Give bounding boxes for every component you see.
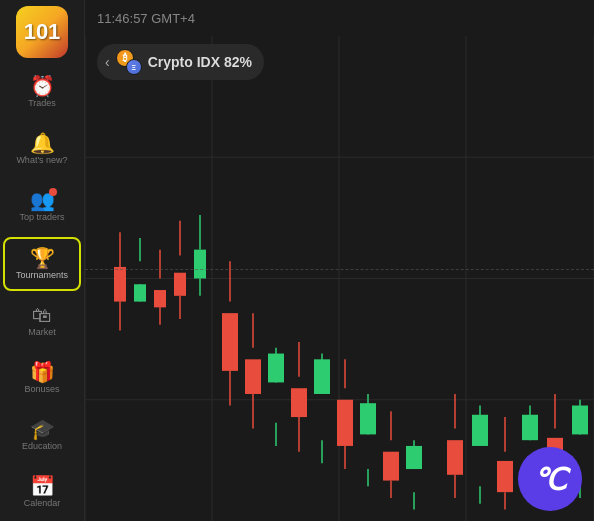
asset-icon-eth: Ξ (126, 59, 142, 75)
market-icon: 🛍 (32, 305, 52, 325)
trades-icon: ⏰ (30, 76, 55, 96)
logo-image: 101 (16, 6, 68, 58)
svg-rect-16 (154, 290, 166, 307)
svg-rect-28 (245, 359, 261, 394)
sidebar-item-label: Top traders (19, 213, 64, 223)
svg-rect-61 (522, 415, 538, 440)
svg-rect-13 (134, 284, 146, 301)
asset-icon-pair: ₿ Ξ (116, 49, 142, 75)
sidebar-item-label: Education (22, 442, 62, 452)
svg-rect-34 (291, 388, 307, 417)
svg-rect-10 (114, 267, 126, 302)
svg-rect-37 (314, 359, 330, 394)
svg-rect-22 (194, 250, 206, 279)
sidebar-item-calendar[interactable]: 📅 Calendar (3, 466, 81, 519)
svg-rect-58 (497, 461, 513, 492)
sidebar-item-tournaments[interactable]: 🏆 Tournaments (3, 237, 81, 290)
back-arrow-icon[interactable]: ‹ (105, 54, 110, 70)
bonuses-icon: 🎁 (30, 362, 55, 382)
topbar: 11:46:57 GMT+4 (85, 0, 594, 36)
lc-logo-icon: ℃ (525, 454, 575, 504)
main-content: 11:46:57 GMT+4 ‹ ₿ Ξ Crypto IDX 82% (85, 0, 594, 521)
svg-rect-43 (360, 403, 376, 434)
time-display: 11:46:57 GMT+4 (97, 11, 195, 26)
svg-rect-67 (572, 406, 588, 435)
svg-rect-46 (383, 452, 399, 481)
svg-rect-31 (268, 354, 284, 383)
asset-name: Crypto IDX 82% (148, 54, 252, 70)
watermark-circle: ℃ (518, 447, 582, 511)
sidebar-item-whats-new[interactable]: 🔔 What's new? (3, 123, 81, 176)
sidebar-item-top-traders[interactable]: 👥 Top traders (3, 180, 81, 233)
svg-rect-49 (406, 446, 422, 469)
sidebar-item-label: Tournaments (16, 271, 68, 281)
lc-watermark: ℃ (518, 447, 582, 511)
svg-rect-52 (447, 440, 463, 475)
notification-badge (49, 188, 57, 196)
whats-new-icon: 🔔 (30, 133, 55, 153)
price-level-line (85, 269, 594, 270)
sidebar-item-label: Trades (28, 99, 56, 109)
sidebar-item-market[interactable]: 🛍 Market (3, 295, 81, 348)
sidebar-item-trades[interactable]: ⏰ Trades (3, 66, 81, 119)
svg-rect-55 (472, 415, 488, 446)
svg-rect-40 (337, 400, 353, 446)
svg-text:℃: ℃ (533, 463, 571, 496)
svg-rect-19 (174, 273, 186, 296)
sidebar-item-label: Market (28, 328, 56, 338)
svg-rect-25 (222, 313, 238, 371)
calendar-icon: 📅 (30, 476, 55, 496)
sidebar-item-bonuses[interactable]: 🎁 Bonuses (3, 352, 81, 405)
sidebar-item-education[interactable]: 🎓 Education (3, 409, 81, 462)
tournaments-icon: 🏆 (30, 248, 55, 268)
top-traders-icon: 👥 (30, 190, 55, 210)
sidebar-item-label: What's new? (16, 156, 67, 166)
chart-area[interactable]: ℃ (85, 36, 594, 521)
sidebar-item-label: Calendar (24, 499, 61, 509)
app-logo[interactable]: 101 (16, 6, 68, 58)
sidebar-item-label: Bonuses (24, 385, 59, 395)
sidebar: 101 ⏰ Trades 🔔 What's new? 👥 Top traders… (0, 0, 85, 521)
education-icon: 🎓 (30, 419, 55, 439)
asset-selector[interactable]: ‹ ₿ Ξ Crypto IDX 82% (97, 44, 264, 80)
